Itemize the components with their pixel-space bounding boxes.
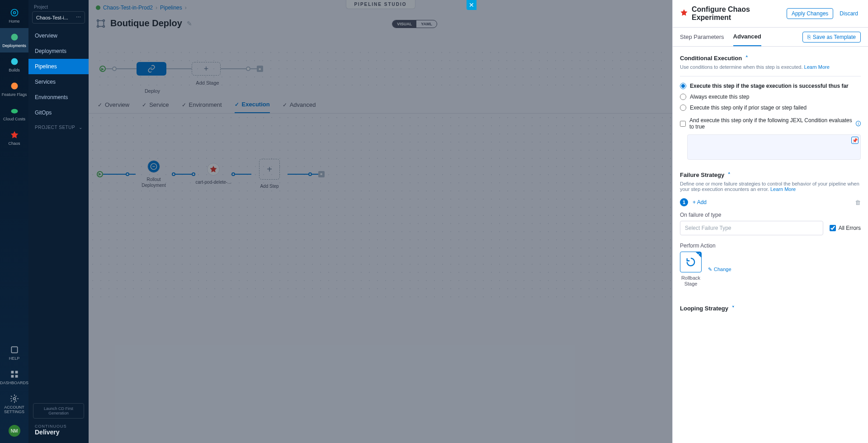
project-selector[interactable]: Chaos-Test-i... ⋯ — [32, 11, 85, 24]
nav-dashboards[interactable]: DASHBOARDS — [0, 365, 28, 390]
edit-icon[interactable]: ✎ — [187, 20, 192, 27]
tab-execution[interactable]: ✓Execution — [235, 101, 270, 113]
nav-cloud-costs[interactable]: Cloud Costs — [0, 101, 28, 126]
jexl-input[interactable]: 📌 — [687, 134, 861, 160]
add-step-button[interactable]: + — [259, 159, 280, 180]
step-rollout[interactable]: Rollout Deployment — [136, 160, 172, 188]
radio-success-input[interactable] — [680, 83, 686, 89]
breadcrumb-project[interactable]: Chaos-Test-in-Prod2 — [103, 5, 153, 11]
radio-failed-label: Execute this step only if prior stage or… — [690, 105, 807, 111]
template-icon: ⎘ — [807, 34, 811, 40]
start-node-icon: ▶ — [97, 171, 103, 177]
rollout-icon — [147, 160, 160, 173]
svg-point-12 — [97, 19, 99, 21]
stage-deploy[interactable] — [137, 62, 166, 76]
radio-always-label: Always execute this step — [690, 94, 749, 100]
add-step[interactable]: + Add Step — [251, 159, 288, 189]
looping-strategy-header[interactable]: Looping Strategy ˅ — [680, 305, 861, 312]
nav-help[interactable]: HELP — [0, 341, 28, 365]
main-canvas: PIPELINE STUDIO ✕ Chaos-Test-in-Prod2 › … — [89, 0, 672, 443]
panel-title: Configure Chaos Experiment — [692, 5, 783, 22]
change-action-link[interactable]: ✎ Change — [708, 267, 731, 272]
breadcrumb-sep2: › — [185, 5, 187, 11]
config-panel: Configure Chaos Experiment Apply Changes… — [672, 0, 868, 443]
tab-service[interactable]: ✓Service — [142, 101, 169, 113]
info-icon[interactable]: i — [856, 121, 861, 126]
tab-advanced[interactable]: Advanced — [733, 28, 761, 46]
chevron-up-icon: ˄ — [728, 172, 731, 178]
tab-step-parameters[interactable]: Step Parameters — [680, 28, 724, 46]
breadcrumb-pipelines[interactable]: Pipelines — [160, 5, 182, 11]
add-strategy-link[interactable]: + Add — [693, 199, 707, 205]
svg-point-4 — [11, 83, 18, 90]
pipeline-icon — [96, 19, 106, 29]
rollback-action[interactable] — [680, 252, 702, 272]
add-stage-button[interactable]: + — [192, 62, 221, 76]
failure-strategy-header[interactable]: Failure Strategy ˄ — [680, 171, 861, 178]
nav-deployments[interactable]: Deployments — [0, 28, 28, 52]
learn-more-link[interactable]: Learn More — [804, 64, 830, 70]
conditional-execution-header[interactable]: Conditional Execution ˄ — [680, 55, 861, 62]
svg-point-11 — [13, 398, 15, 400]
failure-type-select[interactable]: Select Failure Type — [680, 221, 823, 235]
radio-success[interactable]: Execute this step if the stage execution… — [680, 83, 861, 89]
launch-cd-button[interactable]: Launch CD First Generation — [33, 403, 84, 419]
svg-point-1 — [13, 12, 15, 14]
stage-deploy-label: Deploy — [137, 88, 168, 94]
all-errors-checkbox[interactable] — [830, 225, 836, 231]
pin-icon[interactable]: 📌 — [851, 137, 859, 144]
learn-more-link[interactable]: Learn More — [770, 186, 796, 192]
tab-advanced[interactable]: ✓Advanced — [283, 101, 316, 113]
status-dot-icon — [96, 5, 100, 10]
check-icon: ✓ — [283, 102, 287, 108]
nav-builds[interactable]: Builds — [0, 52, 28, 77]
jexl-checkbox[interactable] — [680, 121, 686, 127]
chaos-step-icon — [207, 163, 220, 176]
step-chaos[interactable]: cart-pod-delete-... — [195, 163, 231, 185]
nav-deployments-label: Deployments — [2, 43, 26, 48]
radio-always-input[interactable] — [680, 94, 686, 100]
save-as-template-button[interactable]: ⎘ Save as Template — [802, 32, 861, 43]
on-failure-label: On failure of type — [680, 212, 861, 218]
view-toggle[interactable]: VISUAL YAML — [392, 20, 437, 28]
rollback-label: Rollback Stage — [680, 275, 702, 287]
nav-chaos[interactable]: Chaos — [0, 126, 28, 150]
sidebar-item-deployments[interactable]: Deployments — [28, 43, 89, 59]
add-step-label: Add Step — [260, 183, 278, 189]
tab-environment[interactable]: ✓Environment — [182, 101, 222, 113]
nav-dash-label: DASHBOARDS — [0, 381, 28, 385]
svg-rect-9 — [11, 375, 14, 378]
nav-home[interactable]: Home — [0, 4, 28, 28]
radio-failed-input[interactable] — [680, 105, 686, 111]
sidebar-item-environments[interactable]: Environments — [28, 90, 89, 105]
sidebar-item-gitops[interactable]: GitOps — [28, 105, 89, 120]
pipeline-studio-badge: PIPELINE STUDIO — [345, 0, 415, 9]
all-errors-checkbox-row[interactable]: All Errors — [830, 225, 861, 231]
avatar[interactable]: NM — [9, 425, 20, 437]
jexl-label: And execute this step only if the follow… — [689, 117, 852, 130]
tab-overview[interactable]: ✓Overview — [98, 101, 129, 113]
nav-ff-label: Feature Flags — [2, 92, 27, 97]
chevron-down-icon: ⌄ — [79, 125, 83, 130]
nav-account-settings[interactable]: ACCOUNT SETTINGS — [0, 390, 28, 419]
project-setup[interactable]: PROJECT SETUP ⌄ — [28, 120, 89, 134]
start-node-icon: ▶ — [99, 66, 106, 72]
apply-changes-button[interactable]: Apply Changes — [787, 8, 833, 19]
trash-icon[interactable]: 🗑 — [855, 199, 861, 206]
sidebar-item-services[interactable]: Services — [28, 74, 89, 90]
panel-body: Conditional Execution ˄ Use conditions t… — [673, 47, 868, 443]
sidebar-item-pipelines[interactable]: Pipelines — [28, 59, 89, 74]
toggle-yaml[interactable]: YAML — [416, 20, 437, 28]
svg-rect-8 — [15, 371, 18, 374]
step-rollout-label: Rollout Deployment — [136, 176, 172, 188]
toggle-visual[interactable]: VISUAL — [392, 20, 416, 28]
radio-always[interactable]: Always execute this step — [680, 94, 861, 100]
brand-bottom: Delivery — [35, 429, 82, 436]
sidebar-item-overview[interactable]: Overview — [28, 28, 89, 43]
jexl-checkbox-row[interactable]: And execute this step only if the follow… — [680, 117, 861, 130]
discard-button[interactable]: Discard — [837, 9, 861, 19]
brand: CONTINUOUS Delivery — [28, 424, 89, 443]
nav-feature-flags[interactable]: Feature Flags — [0, 77, 28, 101]
close-panel-button[interactable]: ✕ — [467, 0, 476, 10]
radio-failed[interactable]: Execute this step only if prior stage or… — [680, 105, 861, 111]
